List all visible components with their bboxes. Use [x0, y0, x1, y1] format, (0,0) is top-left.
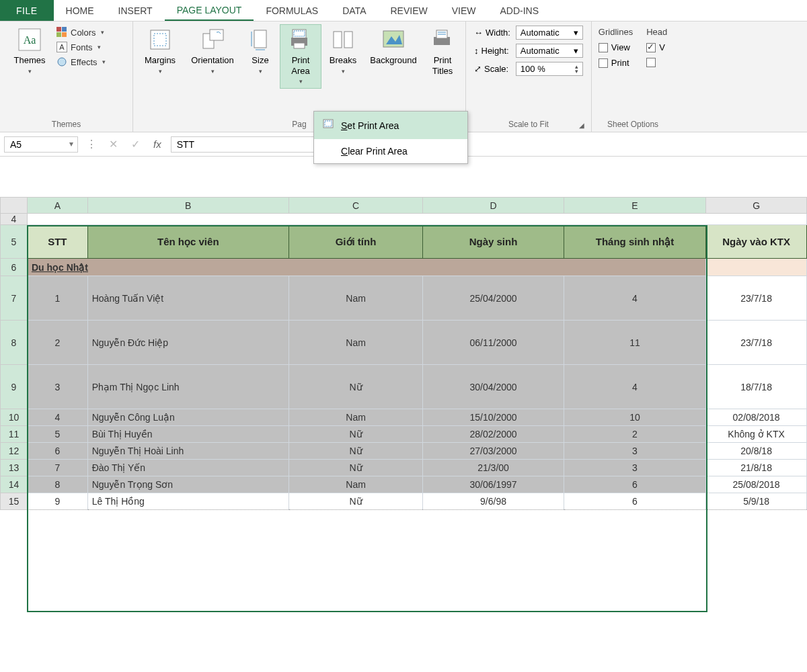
row-header[interactable]: 4 [1, 214, 28, 225]
print-area-button[interactable]: Print Area▾ [280, 24, 321, 89]
background-button[interactable]: Background [364, 24, 422, 69]
svg-rect-9 [151, 30, 169, 49]
breaks-icon [331, 28, 355, 52]
col-header-g[interactable]: G [706, 198, 807, 214]
height-icon: ↕ [474, 46, 479, 56]
ribbon-tabs: FILE HOME INSERT PAGE LAYOUT FORMULAS DA… [0, 0, 807, 22]
size-icon [248, 28, 272, 52]
group-label-sheetopts: Sheet Options [597, 118, 668, 132]
scale-dialog-launcher[interactable]: ◢ [579, 122, 584, 129]
tab-view[interactable]: VIEW [440, 0, 488, 21]
row-header[interactable]: 9 [1, 365, 28, 409]
group-sheet-options: Gridlines View Print Head V Sheet Option… [592, 22, 674, 132]
header-thang[interactable]: Tháng sinh nhật [564, 225, 705, 259]
print-area-icon [289, 28, 313, 52]
svg-rect-3 [62, 27, 67, 32]
cancel-formula-button[interactable]: ✕ [105, 138, 122, 151]
row-header[interactable]: 13 [1, 460, 28, 476]
formula-input[interactable]: STT [171, 136, 319, 153]
fx-button[interactable]: fx [149, 138, 165, 150]
tab-addins[interactable]: ADD-INS [488, 0, 551, 21]
print-titles-button[interactable]: Print Titles [425, 24, 460, 79]
svg-rect-21 [344, 32, 352, 48]
themes-icon: Aa [17, 28, 42, 52]
tab-page-layout[interactable]: PAGE LAYOUT [165, 0, 254, 21]
margins-button[interactable]: Margins▾ [139, 24, 182, 78]
group-scale-to-fit: ↔Width: Automatic▾ ↕Height: Automatic▾ ⤢… [466, 22, 592, 132]
height-dropdown[interactable]: Automatic▾ [516, 44, 583, 58]
header-gioitinh[interactable]: Giới tính [289, 225, 422, 259]
col-header-d[interactable]: D [423, 198, 564, 214]
row-header[interactable]: 15 [1, 493, 28, 510]
gridlines-header: Gridlines [599, 27, 633, 37]
set-print-area-icon [322, 118, 334, 132]
headings-header: Head [646, 27, 667, 37]
svg-rect-20 [334, 32, 342, 48]
size-button[interactable]: Size▾ [243, 24, 277, 78]
group-label-pagesetup: Pag [292, 120, 306, 129]
select-all-corner[interactable] [1, 198, 28, 214]
tab-review[interactable]: REVIEW [378, 0, 439, 21]
svg-rect-2 [56, 27, 61, 32]
svg-point-8 [58, 58, 66, 66]
row-header[interactable]: 12 [1, 443, 28, 460]
orientation-icon [200, 28, 225, 52]
set-print-area-item[interactable]: Set Print Area [314, 112, 467, 139]
svg-rect-5 [62, 32, 67, 37]
svg-rect-4 [56, 32, 61, 37]
effects-icon [56, 56, 67, 67]
colors-button[interactable]: Colors▾ [56, 27, 106, 38]
fonts-icon: A [56, 42, 67, 52]
themes-label: Themes [14, 55, 46, 66]
themes-button[interactable]: Aa Themes ▾ [5, 24, 54, 78]
chevron-down-icon: ▾ [28, 68, 32, 75]
orientation-button[interactable]: Orientation▾ [184, 24, 241, 78]
tab-home[interactable]: HOME [54, 0, 106, 21]
tab-file[interactable]: FILE [0, 0, 54, 21]
width-icon: ↔ [474, 28, 483, 38]
spreadsheet[interactable]: A B C D E G 4 5 STT Tên học viên Giới tí… [0, 197, 807, 510]
row-header[interactable]: 6 [1, 259, 28, 276]
gridlines-print-checkbox[interactable]: Print [599, 58, 633, 68]
svg-text:Aa: Aa [24, 34, 36, 46]
tab-data[interactable]: DATA [330, 0, 378, 21]
print-area-menu: Set Print Area Clear Print Area [313, 111, 468, 164]
svg-rect-18 [294, 43, 305, 48]
print-titles-icon [430, 28, 455, 52]
group-heading[interactable]: Du học Nhật [27, 259, 705, 276]
tab-formulas[interactable]: FORMULAS [254, 0, 330, 21]
group-label-scale: Scale to Fit [508, 120, 549, 129]
col-header-b[interactable]: B [87, 198, 289, 214]
header-ktx[interactable]: Ngày vào KTX [706, 225, 807, 259]
header-stt[interactable]: STT [27, 225, 87, 259]
fonts-button[interactable]: A Fonts▾ [56, 42, 106, 52]
clear-print-area-item[interactable]: Clear Print Area [314, 139, 467, 163]
group-themes: Aa Themes ▾ Colors▾ A Fonts▾ Effects▾ [0, 22, 133, 132]
col-header-a[interactable]: A [27, 198, 87, 214]
width-dropdown[interactable]: Automatic▾ [516, 26, 583, 40]
row-header[interactable]: 10 [1, 409, 28, 426]
row-header[interactable]: 14 [1, 476, 28, 493]
headings-print-checkbox[interactable] [646, 58, 667, 67]
row-header[interactable]: 7 [1, 276, 28, 321]
background-icon [381, 28, 406, 52]
margins-icon [148, 28, 172, 52]
name-box[interactable]: A5 [4, 136, 78, 153]
svg-rect-12 [210, 30, 223, 40]
gridlines-view-checkbox[interactable]: View [599, 42, 633, 52]
scale-spinner[interactable]: 100 %▴▾ [516, 62, 583, 76]
svg-text:A: A [59, 43, 65, 51]
row-header[interactable]: 5 [1, 225, 28, 259]
row-header[interactable]: 8 [1, 321, 28, 365]
tab-insert[interactable]: INSERT [106, 0, 165, 21]
breaks-button[interactable]: Breaks▾ [324, 24, 362, 78]
col-header-e[interactable]: E [564, 198, 705, 214]
accept-formula-button[interactable]: ✓ [127, 138, 144, 151]
scale-icon: ⤢ [474, 64, 482, 74]
row-header[interactable]: 11 [1, 426, 28, 443]
effects-button[interactable]: Effects▾ [56, 56, 106, 67]
header-ten[interactable]: Tên học viên [87, 225, 289, 259]
headings-view-checkbox[interactable]: V [646, 42, 667, 52]
header-ngaysinh[interactable]: Ngày sinh [423, 225, 564, 259]
col-header-c[interactable]: C [289, 198, 422, 214]
